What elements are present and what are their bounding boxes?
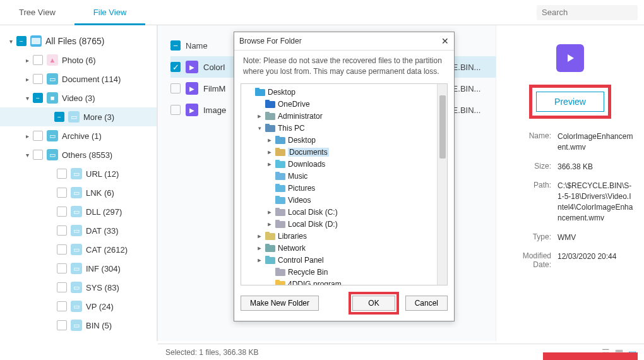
dialog-tree-item[interactable]: ►Administrator: [242, 111, 446, 123]
dialog-tree-item[interactable]: ►Downloads: [242, 159, 446, 171]
col-name-header[interactable]: Name: [186, 41, 208, 51]
dialog-tree-item[interactable]: ►Network: [242, 243, 446, 255]
tree-item[interactable]: ▭DLL (297): [0, 202, 157, 221]
checkbox[interactable]: [57, 301, 67, 311]
dialog-tree-item[interactable]: ►Desktop: [242, 135, 446, 147]
dialog-tree-item[interactable]: ▸Desktop: [242, 87, 446, 99]
cancel-button[interactable]: Cancel: [405, 296, 448, 311]
chevron-icon[interactable]: ►: [266, 221, 273, 227]
select-all-checkbox[interactable]: −: [170, 40, 181, 51]
dialog-tree-label: Music: [288, 172, 307, 181]
folder-icon: ▭: [71, 282, 82, 293]
folder-icon: ▭: [71, 206, 82, 217]
chevron-right-icon[interactable]: ▸: [23, 57, 32, 64]
tree-item[interactable]: ▭SYS (83): [0, 278, 157, 297]
tree-item[interactable]: ▭URL (12): [0, 164, 157, 183]
tree-item[interactable]: ▭CAT (2612): [0, 240, 157, 259]
dialog-tree-item[interactable]: ▸Recycle Bin: [242, 267, 446, 279]
dialog-tree-item[interactable]: ▸4DDIG program: [242, 279, 446, 285]
chevron-down-icon[interactable]: ▾: [23, 95, 32, 102]
tree-item[interactable]: ▭LNK (6): [0, 183, 157, 202]
checkbox[interactable]: [33, 150, 43, 160]
make-new-folder-button[interactable]: Make New Folder: [241, 296, 319, 311]
chevron-icon[interactable]: ►: [266, 137, 273, 143]
archive-icon: ▭: [47, 130, 58, 141]
checkbox[interactable]: [33, 74, 43, 84]
dialog-tree-item[interactable]: ►Documents: [242, 147, 446, 159]
dialog-tree-item[interactable]: ►Control Panel: [242, 255, 446, 267]
tree-item[interactable]: ▭DAT (33): [0, 221, 157, 240]
value-path: C:\$RECYCLE.BIN\S-1-5-18\Drivers\Video.I…: [558, 181, 635, 223]
chevron-right-icon[interactable]: ▸: [23, 133, 32, 140]
search-input[interactable]: [542, 8, 644, 17]
dialog-tree-item[interactable]: ►Libraries: [242, 231, 446, 243]
checkbox[interactable]: [57, 282, 67, 292]
dialog-tree-item[interactable]: ▸OneDrive: [242, 99, 446, 111]
file-checkbox[interactable]: [170, 105, 181, 115]
chevron-icon[interactable]: ►: [266, 149, 273, 155]
tree-others[interactable]: ▾ ▭ Others (8553): [0, 145, 157, 164]
tree-item[interactable]: ▭VP (24): [0, 297, 157, 316]
tree-more[interactable]: − ▭ More (3): [0, 107, 157, 126]
svg-rect-35: [275, 268, 280, 270]
dialog-tree-label: Recycle Bin: [288, 268, 328, 277]
file-checkbox[interactable]: [170, 83, 181, 93]
drive-icon: [30, 35, 42, 47]
dialog-tree-label: Control Panel: [278, 256, 324, 265]
chevron-icon[interactable]: ►: [266, 209, 273, 215]
search-box[interactable]: [537, 5, 638, 20]
scrollbar[interactable]: [437, 84, 447, 285]
checkbox[interactable]: [57, 169, 67, 179]
checkbox[interactable]: [57, 244, 67, 255]
tree-item[interactable]: ▭INF (304): [0, 259, 157, 278]
dialog-tree[interactable]: ▸Desktop▸OneDrive►Administrator▾This PC►…: [241, 83, 448, 285]
checkbox[interactable]: [57, 320, 67, 330]
tree-item[interactable]: ▭BIN (5): [0, 316, 157, 335]
sidebar: ▾ − All Files (8765) ▸ ▲ Photo (6) ▸ ▭ D…: [0, 25, 158, 341]
svg-marker-3: [568, 54, 574, 62]
tree-photo[interactable]: ▸ ▲ Photo (6): [0, 51, 157, 69]
dialog-tree-item[interactable]: ▸Videos: [242, 195, 446, 207]
desktop2-icon: [275, 136, 285, 145]
chevron-icon[interactable]: ►: [256, 245, 263, 251]
checkbox[interactable]: [57, 188, 67, 198]
tree-video[interactable]: ▾ − ■ Video (3): [0, 88, 157, 107]
file-thumbnail: [556, 44, 584, 72]
tree-root[interactable]: ▾ − All Files (8765): [0, 32, 157, 51]
folder-icon: ▭: [71, 168, 82, 179]
checkbox[interactable]: −: [54, 112, 64, 122]
dialog-tree-label: Libraries: [278, 232, 307, 241]
tree-document[interactable]: ▸ ▭ Document (114): [0, 69, 157, 88]
chevron-down-icon[interactable]: ▾: [6, 38, 15, 45]
checkbox[interactable]: [57, 225, 67, 236]
dialog-tree-item[interactable]: ►Local Disk (D:): [242, 219, 446, 231]
tree-archive[interactable]: ▸ ▭ Archive (1): [0, 126, 157, 145]
tab-file-view[interactable]: File View: [75, 0, 146, 25]
checkbox[interactable]: [57, 263, 67, 273]
preview-button[interactable]: Preview: [536, 92, 604, 112]
tab-tree-view[interactable]: Tree View: [0, 0, 75, 25]
chevron-icon[interactable]: ▾: [256, 125, 263, 131]
checkbox[interactable]: [57, 207, 67, 217]
checkbox[interactable]: −: [33, 93, 43, 103]
cloud-icon: [265, 100, 275, 109]
dialog-tree-item[interactable]: ▸Music: [242, 171, 446, 183]
checkbox[interactable]: −: [16, 36, 27, 46]
dialog-tree-item[interactable]: ►Local Disk (C:): [242, 207, 446, 219]
checkbox[interactable]: [33, 131, 43, 141]
ok-button[interactable]: OK: [352, 296, 395, 311]
chevron-right-icon[interactable]: ▸: [23, 76, 32, 83]
chevron-icon[interactable]: ►: [256, 113, 263, 119]
disk-icon: [275, 208, 285, 217]
checkbox[interactable]: [33, 55, 43, 65]
chevron-icon[interactable]: ►: [266, 161, 273, 167]
dialog-tree-item[interactable]: ▾This PC: [242, 123, 446, 135]
close-icon[interactable]: ✕: [441, 36, 449, 46]
dialog-tree-item[interactable]: ▸Pictures: [242, 183, 446, 195]
file-checkbox[interactable]: ✓: [170, 62, 181, 72]
dialog-note: Note: Please do not save the recovered f…: [234, 51, 454, 83]
chevron-down-icon[interactable]: ▾: [23, 152, 32, 159]
folder-icon: ▭: [71, 244, 82, 255]
chevron-icon[interactable]: ►: [256, 257, 263, 263]
chevron-icon[interactable]: ►: [256, 233, 263, 239]
